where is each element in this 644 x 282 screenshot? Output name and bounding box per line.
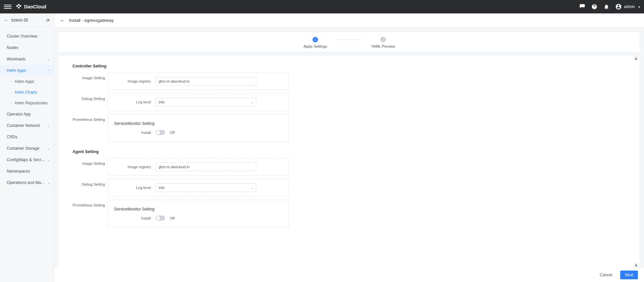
section-title-controller: Controller Setting (72, 64, 626, 68)
sub-section-title: ServiceMonitor Setting (114, 121, 282, 126)
chevron-down-icon: ⌄ (47, 57, 50, 61)
sidebar: ← bztest-35 ⟳ Cluster Overview Nodes Wor… (0, 13, 54, 282)
page-header: ← Install - egressgateway (54, 13, 644, 28)
chevron-down-icon: ⌄ (47, 147, 50, 150)
stepper-card: 1 Apply Settings 2 YAML Preview (59, 32, 639, 52)
step-label: YAML Preview (371, 44, 395, 48)
sidebar-sub-helm-apps[interactable]: Helm Apps (0, 76, 54, 87)
row-agent-debug: Debug Setting Log level info ⌄ (72, 179, 626, 196)
step-number: 1 (313, 37, 318, 42)
chevron-down-icon: ⌄ (251, 186, 253, 190)
page-back-icon[interactable]: ← (60, 17, 65, 23)
chevron-down-icon: ⌄ (47, 124, 50, 128)
sidebar-item-workloads[interactable]: Workloads⌄ (0, 53, 54, 65)
select-value: info (159, 100, 165, 104)
row-agent-image: Image Setting Image registry (72, 158, 626, 176)
row-controller-prometheus: Prometheus Setting ServiceMonitor Settin… (72, 114, 626, 142)
sidebar-item-container-storage[interactable]: Container Storage⌄ (0, 143, 54, 154)
sidebar-sub-helm-repositories[interactable]: Helm Repositories (0, 98, 54, 108)
user-menu[interactable]: admin ▾ (615, 3, 640, 10)
hamburger-menu-icon[interactable] (4, 3, 11, 10)
section-title-agent: Agent Setting (72, 149, 626, 154)
field-label: Log level (114, 186, 151, 190)
row-label: Prometheus Setting (72, 200, 108, 207)
sub-section-title: ServiceMonitor Setting (114, 207, 282, 211)
row-label: Debug Setting (72, 179, 108, 186)
field-label: Log level (114, 100, 151, 104)
step-connector (337, 40, 361, 40)
toggle-label: Install (114, 131, 151, 135)
form-scroll[interactable]: Controller Setting Image Setting Image r… (59, 56, 639, 268)
chevron-down-icon: ⌄ (47, 181, 50, 185)
sidebar-item-crds[interactable]: CRDs (0, 131, 54, 143)
footer-actions: Cancel Next (54, 268, 644, 282)
row-label: Prometheus Setting (72, 114, 108, 122)
sync-icon[interactable]: ⟳ (46, 18, 50, 23)
chevron-down-icon: ⌄ (251, 100, 253, 104)
main-column: ← Install - egressgateway 1 Apply Settin… (54, 13, 644, 282)
step-label: Apply Settings (304, 44, 327, 48)
sidebar-item-namespaces[interactable]: Namespaces (0, 166, 54, 177)
avatar-icon (615, 3, 622, 10)
step-number: 2 (380, 37, 386, 42)
message-icon[interactable] (579, 3, 586, 10)
sidebar-item-operations[interactable]: Operations and Ma…⌄ (0, 177, 54, 188)
cancel-button[interactable]: Cancel (595, 271, 617, 279)
sidebar-item-cluster-overview[interactable]: Cluster Overview (0, 31, 54, 42)
toggle-state: Off (170, 216, 174, 220)
fieldset-controller-prometheus: ServiceMonitor Setting Install Off (108, 114, 289, 142)
chevron-up-icon: ⌃ (47, 69, 50, 73)
chevron-down-icon: ⌄ (47, 158, 50, 162)
sidebar-item-nodes[interactable]: Nodes (0, 42, 54, 53)
brand-text: DaoCloud (24, 4, 46, 9)
sidebar-nav: Cluster Overview Nodes Workloads⌄ Helm A… (0, 29, 54, 282)
form-card: ▲ ▼ Controller Setting Image Setting Ima… (59, 56, 639, 268)
field-label: Image registry (114, 165, 151, 169)
fieldset-controller-image: Image registry (108, 73, 289, 90)
user-name: admin (624, 4, 635, 9)
content-area: 1 Apply Settings 2 YAML Preview ▲ ▼ Cont… (54, 28, 644, 268)
context-back-icon[interactable]: ← (4, 17, 9, 23)
toggle-state: Off (170, 131, 174, 135)
brand: DaoCloud (15, 3, 46, 10)
select-value: info (159, 186, 165, 190)
chevron-down-icon: ▾ (638, 5, 640, 9)
bell-icon[interactable] (603, 3, 610, 10)
field-label: Image registry (114, 79, 151, 83)
logo-icon (15, 3, 22, 10)
step-yaml-preview[interactable]: 2 YAML Preview (361, 37, 405, 48)
select-agent-log-level[interactable]: info ⌄ (156, 183, 256, 192)
top-bar: DaoCloud admin ▾ (0, 0, 644, 13)
help-icon[interactable] (591, 3, 598, 10)
page-title: Install - egressgateway (69, 18, 114, 23)
fieldset-agent-prometheus: ServiceMonitor Setting Install Off (108, 200, 289, 228)
select-controller-log-level[interactable]: info ⌄ (156, 98, 256, 106)
input-controller-image-registry[interactable] (156, 77, 256, 86)
toggle-label: Install (114, 216, 151, 220)
row-controller-debug: Debug Setting Log level info ⌄ (72, 93, 626, 111)
row-agent-prometheus: Prometheus Setting ServiceMonitor Settin… (72, 200, 626, 228)
sidebar-item-configmaps-secrets[interactable]: ConfigMaps & Secr…⌄ (0, 154, 54, 166)
input-agent-image-registry[interactable] (156, 162, 256, 171)
fieldset-agent-image: Image registry (108, 158, 289, 176)
context-switcher[interactable]: ← bztest-35 ⟳ (0, 13, 54, 27)
stepper: 1 Apply Settings 2 YAML Preview (293, 37, 405, 48)
context-name: bztest-35 (11, 18, 28, 22)
sidebar-item-operator-app[interactable]: Operator App (0, 108, 54, 120)
row-label: Debug Setting (72, 93, 108, 101)
sidebar-sub-helm-charts[interactable]: Helm Charts (0, 87, 54, 98)
next-button[interactable]: Next (620, 271, 638, 279)
toggle-agent-servicemonitor-install[interactable] (156, 216, 165, 221)
row-controller-image: Image Setting Image registry (72, 73, 626, 90)
toggle-controller-servicemonitor-install[interactable] (156, 130, 165, 135)
fieldset-controller-debug: Log level info ⌄ (108, 93, 289, 111)
row-label: Image Setting (72, 73, 108, 80)
row-label: Image Setting (72, 158, 108, 166)
divider (3, 27, 51, 27)
fieldset-agent-debug: Log level info ⌄ (108, 179, 289, 196)
sidebar-item-container-network[interactable]: Container Network⌄ (0, 120, 54, 131)
step-apply-settings[interactable]: 1 Apply Settings (293, 37, 337, 48)
sidebar-item-helm-apps[interactable]: Helm Apps⌃ (0, 65, 54, 76)
